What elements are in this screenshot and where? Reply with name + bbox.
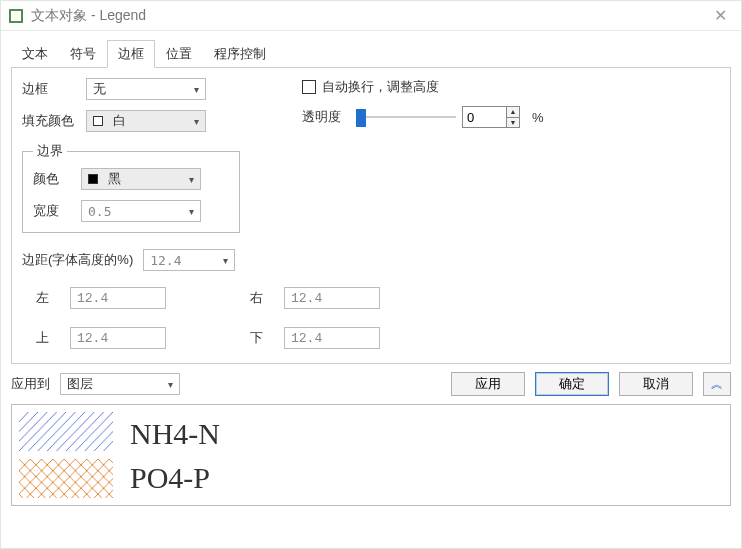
fill-color-combo[interactable]: 白 ▾ — [86, 110, 206, 132]
collapse-button[interactable]: ︽ — [703, 372, 731, 396]
margin-top-input[interactable]: 12.4 — [70, 327, 166, 349]
tab-programming[interactable]: 程序控制 — [203, 40, 277, 68]
margin-bottom-label: 下 — [236, 329, 284, 347]
margin-section: 边距(字体高度的%) 12.4 ▾ 左 12.4 右 12.4 上 — [22, 249, 720, 349]
color-swatch-icon — [88, 174, 98, 184]
margin-caption: 边距(字体高度的%) — [22, 251, 133, 269]
legend-label-1: NH4-N — [130, 417, 220, 450]
apply-to-value: 图层 — [61, 375, 161, 393]
checkbox-icon — [302, 80, 316, 94]
legend-swatches — [18, 411, 114, 499]
chevron-down-icon: ▾ — [187, 79, 205, 99]
opacity-suffix: % — [532, 110, 544, 125]
margin-left-input[interactable]: 12.4 — [70, 287, 166, 309]
boundary-width-value: 0.5 — [82, 204, 182, 219]
chevron-down-icon: ▾ — [216, 250, 234, 270]
autowrap-checkbox[interactable]: 自动换行，调整高度 — [302, 78, 439, 96]
window-title: 文本对象 - Legend — [31, 7, 708, 25]
boundary-group: 边界 颜色 黑 ▾ 宽度 0.5 ▾ — [22, 142, 240, 233]
spin-down-icon[interactable]: ▼ — [506, 117, 520, 129]
chevron-down-icon: ▾ — [182, 169, 200, 189]
boundary-color-combo[interactable]: 黑 ▾ — [81, 168, 201, 190]
margin-bottom-input[interactable]: 12.4 — [284, 327, 380, 349]
autowrap-label: 自动换行，调整高度 — [322, 78, 439, 96]
boundary-width-combo[interactable]: 0.5 ▾ — [81, 200, 201, 222]
border-panel: 边框 无 ▾ 填充颜色 白 ▾ 边界 — [11, 67, 731, 364]
dialog-button-bar: 应用到 图层 ▾ 应用 确定 取消 ︽ — [1, 364, 741, 404]
apply-to-combo[interactable]: 图层 ▾ — [60, 373, 180, 395]
legend-preview: NH4-N PO4-P — [11, 404, 731, 506]
fill-label: 填充颜色 — [22, 112, 86, 130]
slider-track-line — [356, 116, 456, 118]
fill-color-value: 白 — [107, 112, 187, 130]
tab-symbol[interactable]: 符号 — [59, 40, 107, 68]
dialog-window: 文本对象 - Legend ✕ 文本 符号 边框 位置 程序控制 边框 无 ▾ … — [0, 0, 742, 549]
legend-label-2: PO4-P — [130, 461, 220, 494]
margin-overall-value: 12.4 — [144, 253, 216, 268]
border-combo-value: 无 — [87, 80, 187, 98]
border-combo[interactable]: 无 ▾ — [86, 78, 206, 100]
margin-right-input[interactable]: 12.4 — [284, 287, 380, 309]
apply-to-label: 应用到 — [11, 375, 50, 393]
margin-overall-combo[interactable]: 12.4 ▾ — [143, 249, 235, 271]
legend-swatch-1 — [18, 411, 114, 452]
legend-swatch-2 — [18, 458, 114, 499]
tab-text[interactable]: 文本 — [11, 40, 59, 68]
svg-rect-0 — [19, 412, 113, 451]
close-icon[interactable]: ✕ — [708, 6, 733, 25]
boundary-width-label: 宽度 — [33, 202, 81, 220]
tab-border[interactable]: 边框 — [107, 40, 155, 68]
opacity-label: 透明度 — [302, 108, 356, 126]
app-icon — [9, 9, 23, 23]
tab-strip: 文本 符号 边框 位置 程序控制 — [1, 31, 741, 67]
margin-right-label: 右 — [236, 289, 284, 307]
apply-button[interactable]: 应用 — [451, 372, 525, 396]
chevron-down-icon: ▾ — [161, 374, 179, 394]
opacity-spinner[interactable]: ▲ ▼ — [462, 106, 520, 128]
slider-thumb[interactable] — [356, 109, 366, 127]
fill-swatch-icon — [93, 116, 103, 126]
svg-rect-1 — [19, 459, 113, 498]
opacity-slider[interactable] — [356, 107, 456, 127]
margin-left-label: 左 — [22, 289, 70, 307]
boundary-color-label: 颜色 — [33, 170, 81, 188]
double-chevron-up-icon: ︽ — [711, 377, 723, 391]
boundary-legend: 边界 — [33, 142, 67, 160]
opacity-input[interactable] — [462, 106, 506, 128]
titlebar: 文本对象 - Legend ✕ — [1, 1, 741, 31]
margin-top-label: 上 — [22, 329, 70, 347]
ok-button[interactable]: 确定 — [535, 372, 609, 396]
spin-up-icon[interactable]: ▲ — [506, 106, 520, 117]
border-label: 边框 — [22, 80, 86, 98]
boundary-color-value: 黑 — [102, 170, 182, 188]
chevron-down-icon: ▾ — [187, 111, 205, 131]
cancel-button[interactable]: 取消 — [619, 372, 693, 396]
chevron-down-icon: ▾ — [182, 201, 200, 221]
legend-labels: NH4-N PO4-P — [130, 411, 220, 499]
tab-position[interactable]: 位置 — [155, 40, 203, 68]
